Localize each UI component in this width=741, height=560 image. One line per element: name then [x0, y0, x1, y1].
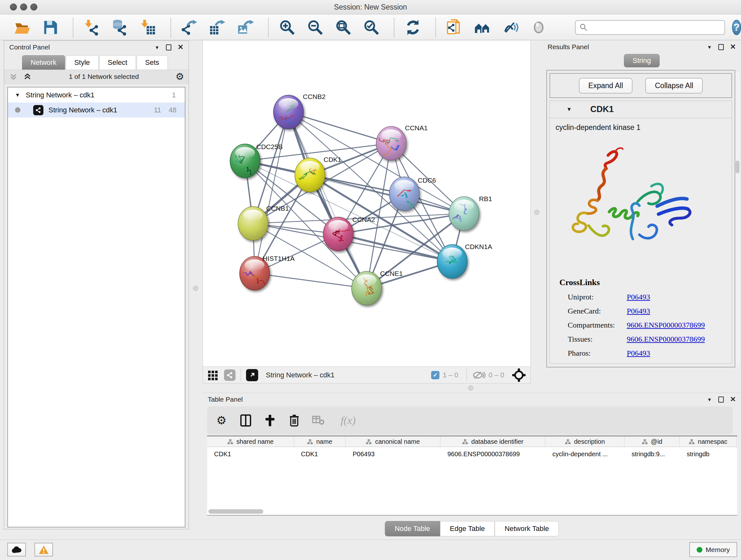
close-panel-icon[interactable]: ✕	[730, 43, 736, 51]
import-network-file-button[interactable]	[82, 17, 102, 38]
collection-expander-icon[interactable]: ▼	[15, 92, 20, 98]
network-node-CCNA2[interactable]	[323, 217, 353, 251]
expand-all-button[interactable]: Expand All	[579, 78, 633, 94]
network-node-CCNA1[interactable]	[376, 126, 406, 160]
zoom-in-button[interactable]	[277, 17, 297, 38]
network-collection-row[interactable]: ▼ String Network – cdk1 1	[8, 87, 185, 103]
tab-string[interactable]: String	[624, 54, 660, 67]
show-columns-icon[interactable]	[239, 413, 253, 428]
table-cell[interactable]: stringdb:9...	[624, 450, 680, 458]
tab-select[interactable]: Select	[99, 55, 136, 70]
horizontal-splitter-handle[interactable]	[468, 385, 473, 390]
search-input[interactable]	[590, 23, 724, 32]
open-in-new-window-icon[interactable]	[246, 369, 258, 381]
table-options-gear-icon[interactable]: ⚙	[214, 413, 229, 428]
table-cell[interactable]: P06493	[346, 450, 441, 458]
export-image-button[interactable]	[235, 17, 256, 38]
selected-nodes-checkbox[interactable]: ✓	[431, 371, 440, 379]
column-header-database-identifier[interactable]: database identifier	[441, 436, 545, 447]
column-header-description[interactable]: description	[545, 436, 624, 447]
zoom-out-button[interactable]	[305, 17, 326, 38]
table-cell[interactable]: CDK1	[294, 450, 346, 458]
collapse-all-button[interactable]: Collapse All	[645, 78, 703, 94]
network-options-gear-icon[interactable]: ⚙	[176, 72, 184, 81]
export-network-button[interactable]	[179, 17, 200, 38]
show-hide-glasses-button[interactable]	[500, 17, 521, 38]
delete-column-trash-icon[interactable]	[287, 413, 301, 428]
column-header-shared-name[interactable]: shared name	[207, 436, 294, 447]
network-node-CCNB1[interactable]	[238, 206, 268, 240]
table-cell[interactable]: stringdb	[680, 450, 737, 458]
inactive-eye-button[interactable]	[529, 17, 549, 38]
hidden-eye-slash-icon[interactable]	[472, 370, 485, 381]
column-header-namespac[interactable]: namespac	[680, 436, 737, 447]
import-network-database-button[interactable]	[110, 17, 130, 38]
birds-eye-grid-icon[interactable]	[207, 369, 219, 381]
protein-entry-header[interactable]: ▼ CDK1	[549, 101, 732, 118]
delete-table-icon[interactable]	[311, 413, 326, 428]
import-table-button[interactable]	[138, 17, 158, 38]
table-horizontal-scrollbar[interactable]	[208, 509, 735, 514]
table-row[interactable]: CDK1CDK1P064939606.ENSP00000378699cyclin…	[207, 447, 737, 461]
results-scrollbar[interactable]	[735, 71, 740, 365]
string-network-graph[interactable]: CCNB2CCNA1CDC25BCDK1CDC6RB1CCNB1CCNA2CDK…	[203, 41, 530, 366]
float-panel-icon[interactable]	[718, 44, 724, 50]
network-node-CCNE1[interactable]	[352, 271, 382, 305]
pan-crosshair-icon[interactable]	[512, 368, 526, 382]
network-node-CCNB2[interactable]	[273, 95, 304, 129]
node-label-CCNE1: CCNE1	[380, 270, 403, 277]
crosslink-link[interactable]: P06493	[627, 349, 650, 358]
panel-menu-icon[interactable]: ▼	[155, 45, 159, 50]
crosslink-link[interactable]: 9606.ENSP00000378699	[627, 321, 705, 329]
panel-menu-icon[interactable]: ▼	[707, 397, 712, 402]
network-node-CDC25B[interactable]	[230, 144, 260, 178]
network-canvas[interactable]: CCNB2CCNA1CDC25BCDK1CDC6RB1CCNB1CCNA2CDK…	[203, 41, 531, 367]
network-node-RB1[interactable]	[449, 197, 479, 231]
tab-sets[interactable]: Sets	[137, 55, 168, 70]
float-panel-icon[interactable]	[718, 396, 724, 402]
save-session-button[interactable]	[40, 17, 61, 38]
column-header-canonical-name[interactable]: canonical name	[346, 436, 441, 447]
crosslink-link[interactable]: P06493	[627, 307, 650, 315]
share-document-button[interactable]	[444, 17, 465, 38]
tab-style[interactable]: Style	[66, 55, 98, 70]
right-splitter-handle[interactable]	[534, 210, 539, 215]
collapse-all-icon[interactable]	[9, 72, 18, 81]
zoom-fit-button[interactable]	[333, 17, 354, 38]
expand-all-icon[interactable]	[23, 72, 32, 81]
tab-edge-table[interactable]: Edge Table	[440, 521, 495, 537]
cloud-status-button[interactable]	[7, 543, 26, 557]
memory-button[interactable]: Memory	[689, 542, 737, 557]
string-home-button[interactable]	[472, 17, 493, 38]
column-header--id[interactable]: @id	[624, 436, 680, 447]
panel-menu-icon[interactable]: ▼	[707, 44, 712, 50]
float-panel-icon[interactable]	[166, 44, 172, 51]
export-table-button[interactable]	[207, 17, 228, 38]
table-cell[interactable]: 9606.ENSP00000378699	[441, 450, 545, 458]
network-overview-icon[interactable]	[224, 369, 235, 381]
close-panel-icon[interactable]: ✕	[730, 395, 736, 403]
tab-network-table[interactable]: Network Table	[495, 521, 559, 537]
table-cell[interactable]: cyclin-dependent ...	[545, 450, 624, 458]
warnings-button[interactable]	[35, 543, 53, 557]
crosslink-link[interactable]: P06493	[627, 293, 650, 301]
close-panel-icon[interactable]: ✕	[178, 43, 184, 51]
table-cell[interactable]: CDK1	[207, 450, 294, 458]
network-node-CDKN1A[interactable]	[437, 245, 467, 278]
left-splitter-handle[interactable]	[193, 286, 198, 291]
network-node-CDK1[interactable]	[295, 158, 325, 192]
crosslink-link[interactable]: 9606.ENSP00000378699	[627, 335, 705, 344]
tab-network[interactable]: Network	[22, 55, 65, 70]
function-builder-icon[interactable]: f(x)	[335, 413, 361, 428]
network-row[interactable]: String Network – cdk1 11 48	[8, 103, 185, 118]
network-node-CDC6[interactable]	[389, 177, 419, 211]
open-session-button[interactable]	[12, 17, 32, 38]
column-header-name[interactable]: name	[294, 436, 346, 447]
entry-expander-icon[interactable]: ▼	[566, 106, 572, 113]
create-column-icon[interactable]	[263, 413, 277, 428]
help-button[interactable]: ?	[732, 20, 741, 35]
node-label-CDKN1A: CDKN1A	[465, 243, 492, 250]
zoom-selected-button[interactable]	[361, 17, 382, 38]
refresh-view-button[interactable]	[403, 17, 423, 38]
tab-node-table[interactable]: Node Table	[385, 521, 440, 537]
